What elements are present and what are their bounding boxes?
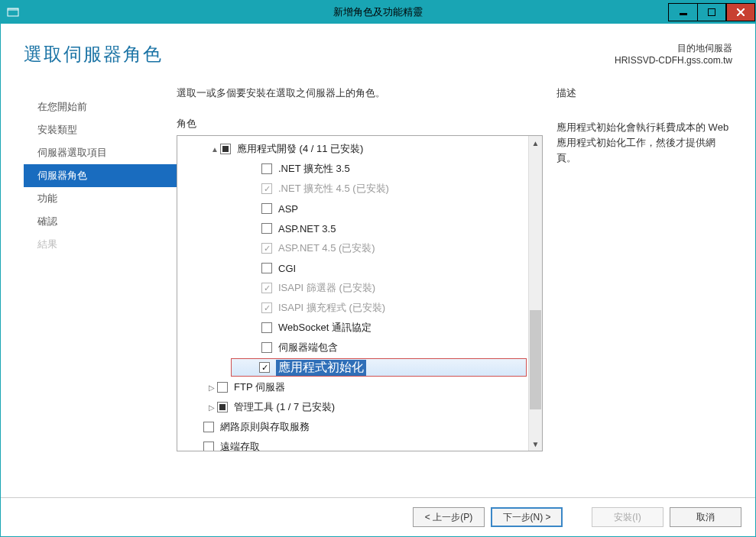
tree-item-label: 管理工具 (1 / 7 已安裝) [234,400,335,414]
checkbox [261,183,272,194]
description-pane: 描述 應用程式初始化會執行耗費成本的 Web 應用程式初始化工作，然後才提供網頁… [556,86,732,490]
nav-step-3[interactable]: 伺服器角色 [24,164,177,187]
tree-item[interactable]: ASP.NET 4.5 (已安裝) [177,238,528,258]
checkbox[interactable] [261,163,272,174]
checkbox[interactable] [203,422,214,432]
prev-button[interactable]: < 上一步(P) [413,507,485,527]
checkbox[interactable] [220,144,231,154]
tree-item[interactable]: ▷管理工具 (1 / 7 已安裝) [177,397,528,417]
tree-item-label: ASP [278,203,298,215]
expander-icon[interactable]: ▲ [209,145,220,154]
scroll-down-button[interactable]: ▼ [529,437,542,451]
nav-step-5[interactable]: 確認 [24,210,177,233]
expander-icon[interactable]: ▷ [206,383,217,392]
checkbox[interactable] [261,223,272,234]
tree-item-label: .NET 擴充性 4.5 (已安裝) [278,182,389,196]
tree-item-label: ISAPI 擴充程式 (已安裝) [278,301,385,315]
nav-step-6: 結果 [24,233,177,256]
svg-rect-2 [680,13,687,15]
checkbox[interactable] [261,322,272,333]
minimize-button[interactable] [668,3,697,21]
scrollbar[interactable]: ▲ ▼ [528,136,542,451]
roles-tree: ▲應用程式開發 (4 / 11 已安裝).NET 擴充性 3.5.NET 擴充性… [177,135,543,451]
description-label: 描述 [556,86,732,100]
nav-step-1[interactable]: 安裝類型 [24,118,177,141]
nav-step-4[interactable]: 功能 [24,187,177,210]
tree-item[interactable]: ASP.NET 3.5 [177,218,528,238]
install-button[interactable]: 安裝(I) [592,507,664,527]
svg-rect-1 [8,8,18,11]
checkbox[interactable] [203,442,214,451]
page-title: 選取伺服器角色 [24,42,163,66]
wizard-window: 新增角色及功能精靈 選取伺服器角色 目的地伺服器 HRISSVD-CDFH.gs… [0,0,756,537]
checkbox [261,302,272,313]
nav-step-2[interactable]: 伺服器選取項目 [24,141,177,164]
instruction-text: 選取一或多個要安裝在選取之伺服器上的角色。 [177,86,543,100]
tree-item-label: CGI [278,263,296,274]
window-title: 新增角色及功能精靈 [1,5,755,19]
tree-item-label: 應用程式開發 (4 / 11 已安裝) [237,142,363,156]
scroll-up-button[interactable]: ▲ [529,136,542,150]
tree-item-label: ASP.NET 4.5 (已安裝) [278,241,375,255]
tree-item-label: 遠端存取 [220,440,260,451]
checkbox [261,283,272,293]
scroll-track[interactable] [529,150,542,437]
tree-item[interactable]: WebSocket 通訊協定 [177,318,528,338]
tree-item-label: ASP.NET 3.5 [278,223,336,235]
tree-item[interactable]: 遠端存取 [177,437,528,451]
checkbox[interactable] [259,362,270,373]
tree-item[interactable]: ISAPI 篩選器 (已安裝) [177,278,528,298]
destination-label: 目的地伺服器 [615,42,732,55]
tree-item-label: FTP 伺服器 [234,380,285,394]
roles-pane: 選取一或多個要安裝在選取之伺服器上的角色。 角色 ▲應用程式開發 (4 / 11… [177,86,543,490]
titlebar[interactable]: 新增角色及功能精靈 [1,1,755,24]
checkbox[interactable] [217,382,228,393]
tree-item-label: .NET 擴充性 3.5 [278,162,350,176]
tree-item-label: 網路原則與存取服務 [220,420,310,434]
checkbox[interactable] [261,342,272,353]
destination-info: 目的地伺服器 HRISSVD-CDFH.gss.com.tw [615,42,732,66]
window-controls [668,4,755,21]
tree-item[interactable]: 網路原則與存取服務 [177,417,528,437]
tree-item[interactable]: .NET 擴充性 3.5 [177,159,528,179]
tree-item-label: 伺服器端包含 [278,341,338,354]
destination-server: HRISSVD-CDFH.gss.com.tw [615,55,732,66]
checkbox[interactable] [217,402,228,412]
tree-item[interactable]: CGI [177,258,528,278]
expander-icon[interactable]: ▷ [206,403,217,412]
tree-item-selected[interactable]: 應用程式初始化 [231,358,527,377]
app-icon [5,5,21,20]
tree-item-label: ISAPI 篩選器 (已安裝) [278,281,375,295]
tree-item[interactable]: .NET 擴充性 4.5 (已安裝) [177,179,528,199]
description-text: 應用程式初始化會執行耗費成本的 Web 應用程式初始化工作，然後才提供網頁。 [556,120,732,166]
next-button[interactable]: 下一步(N) > [491,507,563,527]
roles-label: 角色 [177,117,543,131]
tree-item[interactable]: ASP [177,199,528,218]
wizard-nav: 在您開始前安裝類型伺服器選取項目伺服器角色功能確認結果 [24,86,177,490]
footer-buttons: < 上一步(P) 下一步(N) > 安裝(I) 取消 [1,497,755,536]
nav-step-0[interactable]: 在您開始前 [24,95,177,118]
tree-item[interactable]: ▷FTP 伺服器 [177,377,528,397]
svg-rect-3 [708,8,715,16]
tree-item[interactable]: ISAPI 擴充程式 (已安裝) [177,298,528,318]
checkbox[interactable] [261,203,272,214]
content-area: 選取伺服器角色 目的地伺服器 HRISSVD-CDFH.gss.com.tw 在… [1,24,755,497]
tree-item[interactable]: ▲應用程式開發 (4 / 11 已安裝) [177,139,528,159]
checkbox[interactable] [261,263,272,273]
tree-item-label: WebSocket 通訊協定 [278,321,372,335]
cancel-button[interactable]: 取消 [670,507,741,527]
tree-item-label: 應用程式初始化 [276,360,366,376]
close-button[interactable] [726,3,755,21]
maximize-button[interactable] [697,3,726,21]
checkbox [261,243,272,254]
scroll-thumb[interactable] [530,310,541,409]
tree-item[interactable]: 伺服器端包含 [177,338,528,357]
